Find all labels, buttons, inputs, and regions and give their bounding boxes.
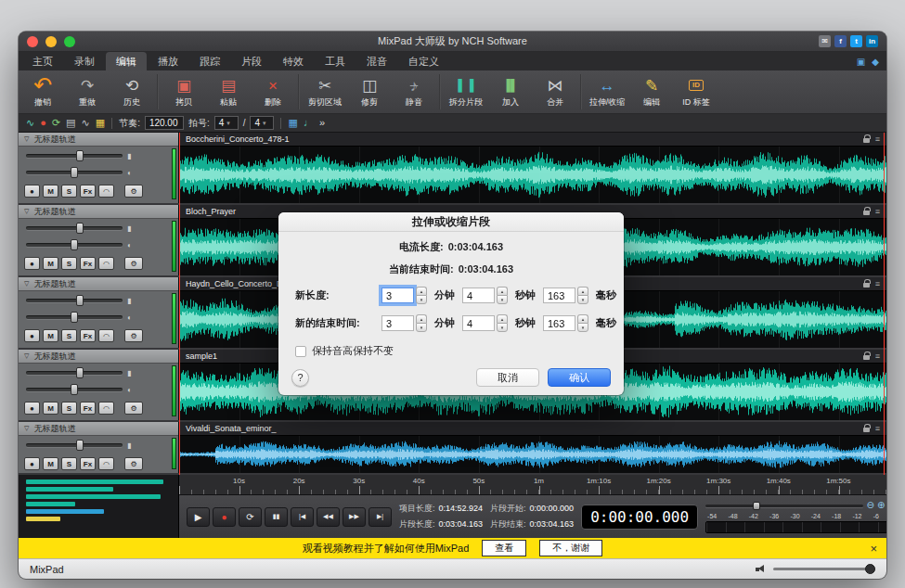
record-mini-icon[interactable]: ● bbox=[40, 118, 46, 128]
mute-button[interactable]: M bbox=[43, 257, 58, 270]
pan-slider[interactable] bbox=[26, 243, 123, 247]
arm-button[interactable]: ● bbox=[24, 457, 40, 470]
clip-menu-icon[interactable]: ≡ bbox=[875, 207, 880, 216]
project-overview[interactable] bbox=[19, 475, 179, 538]
volume-knob[interactable] bbox=[76, 367, 84, 378]
store-icon[interactable]: ▣ bbox=[857, 57, 865, 67]
copy-button[interactable]: ▣拷贝 bbox=[162, 70, 206, 113]
stepper-down-icon[interactable]: ▾ bbox=[497, 323, 508, 332]
mute-button[interactable]: M bbox=[43, 402, 58, 415]
close-window-button[interactable] bbox=[27, 36, 38, 47]
volume-knob[interactable] bbox=[865, 564, 875, 574]
solo-button[interactable]: S bbox=[61, 257, 77, 270]
merge-button[interactable]: ⋈合并 bbox=[533, 70, 577, 113]
solo-button[interactable]: S bbox=[61, 457, 77, 470]
collapse-icon[interactable]: ▽ bbox=[24, 352, 29, 360]
tab-5[interactable]: 跟踪 bbox=[189, 52, 230, 70]
new-length-ms-stepper[interactable]: ▴▾ bbox=[577, 287, 588, 304]
lock-icon[interactable] bbox=[863, 355, 870, 360]
timesig-denominator[interactable]: 4 ▾ bbox=[250, 116, 274, 130]
clip-menu-icon[interactable]: ≡ bbox=[875, 352, 880, 361]
pan-slider[interactable] bbox=[26, 388, 123, 391]
stepper-down-icon[interactable]: ▾ bbox=[416, 295, 427, 304]
fast-forward-button[interactable]: ▶▶ bbox=[343, 507, 366, 527]
lock-icon[interactable] bbox=[863, 283, 870, 288]
history-button[interactable]: ⟲历史 bbox=[110, 70, 154, 113]
headphones-button[interactable]: ◠ bbox=[98, 402, 114, 415]
stepper-up-icon[interactable]: ▴ bbox=[416, 314, 427, 323]
headphones-button[interactable]: ◠ bbox=[98, 257, 114, 270]
split-clip-button[interactable]: ▌▐拆分片段 bbox=[444, 70, 488, 113]
volume-slider[interactable] bbox=[26, 154, 123, 158]
help-icon[interactable]: ◆ bbox=[872, 57, 879, 67]
trim-button[interactable]: ◫修剪 bbox=[347, 70, 392, 113]
collapse-icon[interactable]: ▽ bbox=[24, 280, 29, 288]
go-start-button[interactable]: |◀ bbox=[291, 507, 314, 527]
collapse-icon[interactable]: ▽ bbox=[24, 425, 29, 432]
fx-button[interactable]: Fx bbox=[80, 402, 96, 415]
track-settings-button[interactable]: ⚙ bbox=[124, 457, 143, 470]
delete-button[interactable]: ×删除 bbox=[251, 70, 295, 113]
headphones-button[interactable]: ◠ bbox=[98, 329, 114, 342]
pan-knob[interactable] bbox=[71, 167, 78, 178]
lock-icon[interactable] bbox=[863, 138, 870, 143]
loop-button[interactable]: ⟳ bbox=[239, 507, 262, 527]
playhead-line[interactable] bbox=[179, 133, 180, 475]
new-end-minutes-input[interactable] bbox=[381, 315, 414, 331]
stepper-down-icon[interactable]: ▾ bbox=[577, 295, 588, 304]
volume-slider[interactable] bbox=[26, 443, 123, 447]
track-settings-button[interactable]: ⚙ bbox=[124, 185, 143, 198]
scrub-icon[interactable]: ∿ bbox=[26, 118, 34, 128]
tab-1[interactable]: 主页 bbox=[22, 52, 63, 70]
tab-10[interactable]: 自定义 bbox=[398, 52, 449, 70]
view-tutorial-button[interactable]: 查看 bbox=[482, 540, 526, 556]
mute-button[interactable]: M bbox=[43, 457, 58, 470]
track-title-bar[interactable]: ▽无标题轨道 bbox=[19, 133, 178, 147]
id-tag-button[interactable]: IDID 标签 bbox=[674, 70, 718, 113]
tab-3[interactable]: 编辑 bbox=[106, 52, 147, 70]
track-settings-button[interactable]: ⚙ bbox=[124, 257, 143, 270]
solo-button[interactable]: S bbox=[61, 329, 77, 342]
zoom-slider-knob[interactable] bbox=[753, 502, 760, 510]
pan-slider[interactable] bbox=[26, 171, 123, 174]
silence-button[interactable]: ♪静音 bbox=[392, 70, 436, 113]
redo-button[interactable]: ↷重做 bbox=[65, 70, 110, 113]
join-button[interactable]: ▐▌加入 bbox=[488, 70, 533, 113]
timeline-ruler[interactable]: 10s20s30s40s50s1m1m:10s1m:20s1m:30s1m:40… bbox=[179, 475, 886, 495]
new-length-minutes-input[interactable] bbox=[381, 288, 414, 303]
tab-6[interactable]: 片段 bbox=[231, 52, 272, 70]
edit-button[interactable]: ✎编辑 bbox=[629, 70, 674, 113]
snap-grid-icon[interactable]: ▦ bbox=[96, 118, 105, 128]
new-end-seconds-stepper[interactable]: ▴▾ bbox=[497, 314, 508, 332]
rewind-button[interactable]: ◀◀ bbox=[317, 507, 340, 527]
volume-knob[interactable] bbox=[76, 150, 84, 161]
volume-knob[interactable] bbox=[76, 295, 84, 306]
zoom-out-icon[interactable]: ⊖ bbox=[867, 501, 874, 510]
headphones-button[interactable]: ◠ bbox=[98, 457, 114, 470]
track-title-bar[interactable]: ▽无标题轨道 bbox=[19, 277, 178, 291]
track-title-bar[interactable]: ▽无标题轨道 bbox=[19, 422, 178, 436]
facebook-icon[interactable]: f bbox=[834, 35, 847, 47]
fx-button[interactable]: Fx bbox=[80, 257, 96, 270]
paste-button[interactable]: ▤粘贴 bbox=[206, 70, 251, 113]
headphones-button[interactable]: ◠ bbox=[98, 185, 114, 198]
play-button[interactable]: ▶ bbox=[187, 507, 210, 527]
new-end-ms-stepper[interactable]: ▴▾ bbox=[577, 314, 588, 332]
stepper-down-icon[interactable]: ▾ bbox=[497, 295, 508, 304]
go-end-button[interactable]: ▶| bbox=[368, 507, 392, 527]
share-mail-icon[interactable]: ✉ bbox=[819, 35, 831, 47]
grid-icon[interactable]: ▦ bbox=[288, 118, 297, 128]
stepper-up-icon[interactable]: ▴ bbox=[497, 314, 508, 323]
lock-icon[interactable] bbox=[863, 428, 870, 432]
stepper-up-icon[interactable]: ▴ bbox=[577, 314, 588, 323]
stepper-down-icon[interactable]: ▾ bbox=[416, 323, 427, 332]
clip-menu-icon[interactable]: ≡ bbox=[875, 134, 880, 144]
lock-icon[interactable] bbox=[863, 211, 870, 215]
new-length-ms-input[interactable] bbox=[543, 288, 575, 303]
collapse-icon[interactable]: ▽ bbox=[24, 135, 29, 143]
clip-name-bar[interactable]: Boccherini_Concerto_478-1≡ bbox=[179, 133, 886, 147]
track-title-bar[interactable]: ▽无标题轨道 bbox=[19, 350, 178, 364]
volume-slider[interactable] bbox=[773, 568, 875, 570]
help-button[interactable]: ? bbox=[291, 369, 309, 387]
monitor-icon[interactable]: ▤ bbox=[66, 118, 75, 128]
